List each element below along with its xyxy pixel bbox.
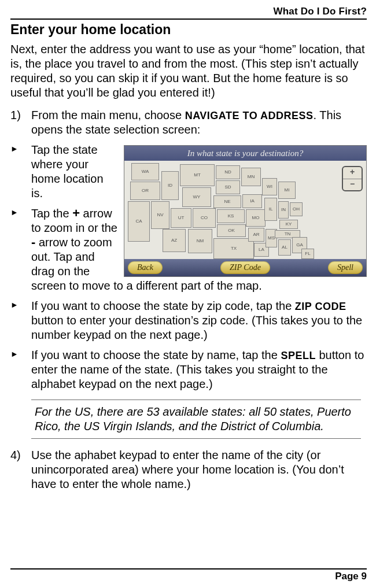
navigate-to-address-label: NAVIGATE TO ADDRESS	[185, 110, 314, 121]
step-1-pre: From the main menu, choose	[31, 109, 185, 121]
chapter-title: What Do I Do First?	[10, 6, 367, 19]
bullet-list: Tap the state where your home location i…	[10, 143, 367, 391]
info-note: For the US, there are 53 available state…	[31, 400, 361, 439]
plus-icon: +	[72, 206, 80, 220]
step-list: From the main menu, choose NAVIGATE TO A…	[10, 108, 367, 137]
step-1: From the main menu, choose NAVIGATE TO A…	[31, 108, 367, 137]
page-number: Page 9	[335, 571, 367, 582]
bullet-tap-state: Tap the state where your home location i…	[31, 143, 367, 201]
page-footer: Page 9	[10, 568, 367, 582]
bullet-zip-code: If you want to choose the state by zip c…	[31, 299, 367, 342]
map-and-bullets-block: In what state is your destination? WA OR…	[10, 143, 367, 397]
zip-code-label: ZIP CODE	[295, 301, 346, 312]
step-list-cont: Use the aphabet keypad to enter the name…	[10, 448, 367, 491]
spell-label: SPELL	[281, 350, 316, 361]
bullet-zoom: Tap the + arrow to zoom in or the - arro…	[31, 206, 367, 293]
intro-paragraph: Next, enter the address you want to use …	[10, 42, 367, 100]
bullet-spell: If you want to choose the state by name,…	[31, 348, 367, 391]
page-header: What Do I Do First?	[10, 6, 367, 20]
section-title: Enter your home location	[10, 22, 367, 38]
step-4: Use the aphabet keypad to enter the name…	[31, 448, 367, 491]
